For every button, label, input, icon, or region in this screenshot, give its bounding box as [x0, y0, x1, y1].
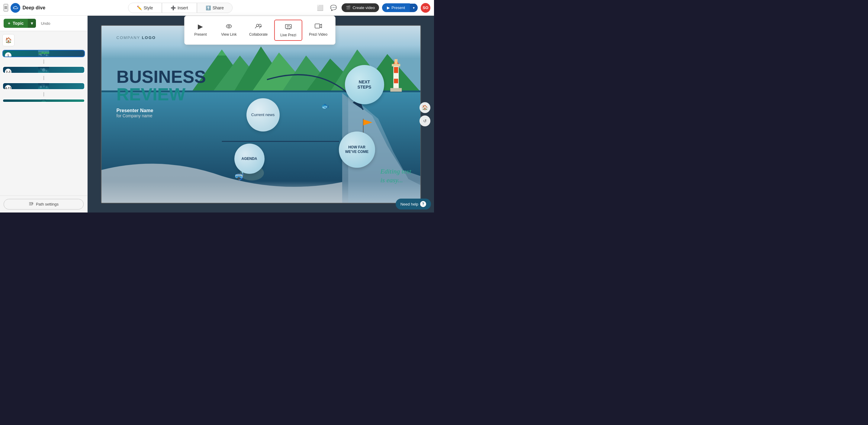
- svg-rect-48: [394, 74, 398, 78]
- slide-item-howfar[interactable]: 4-11 HOW FAR WE'VE COME: [2, 83, 85, 90]
- agenda-label: AGENDA: [241, 157, 257, 161]
- insert-tab[interactable]: ➕ Insert: [162, 3, 197, 13]
- svg-rect-2: [285, 25, 291, 28]
- next-steps-line2: STEPS: [358, 85, 371, 90]
- dropdown-view-link[interactable]: View Link: [215, 20, 243, 41]
- svg-text:REVIEW: REVIEW: [39, 55, 41, 55]
- dropdown-live-prezi[interactable]: Live Prezi: [274, 20, 302, 41]
- slide-item-agenda[interactable]: 2-3 AGENDA: [2, 66, 85, 74]
- home-nav-icon: 🏠: [422, 105, 428, 110]
- topbar-left: ≡ Deep dive: [4, 3, 45, 13]
- slide-label-overview: Overview: [3, 57, 84, 57]
- style-tab[interactable]: ✏️ Style: [128, 3, 162, 13]
- app-title: Deep dive: [23, 5, 45, 10]
- svg-rect-47: [394, 67, 398, 73]
- slide-label-howfar: HOW FAR WE'VE COME: [3, 89, 84, 90]
- present-btn-group: ▶ Present ▾: [382, 3, 418, 12]
- svg-rect-45: [392, 64, 400, 66]
- path-settings-icon: [29, 201, 33, 207]
- present-dropdown-arrow[interactable]: ▾: [410, 4, 418, 12]
- topic-button-main[interactable]: + Topic: [4, 19, 28, 28]
- dropdown-view-link-label: View Link: [221, 32, 237, 36]
- svg-point-22: [45, 86, 48, 88]
- user-avatar[interactable]: SO: [421, 3, 430, 13]
- style-label: Style: [144, 5, 153, 10]
- slide-connector-3: [43, 92, 44, 96]
- slide-thumb-agenda: 2-3 AGENDA: [3, 67, 84, 73]
- share-tab[interactable]: ⬆️ Share: [197, 3, 232, 13]
- svg-point-10: [46, 54, 48, 56]
- style-icon: ✏️: [137, 5, 142, 10]
- circle-next-steps[interactable]: NEXT STEPS: [345, 65, 384, 104]
- svg-rect-50: [394, 84, 398, 88]
- slide-canvas[interactable]: 🐟 🤿 COMPANY LOGO BUSINES: [101, 25, 421, 203]
- slide-item-overview[interactable]: 1: [2, 50, 85, 57]
- circle-how-far[interactable]: HOW FAR WE'VE COME: [339, 132, 375, 168]
- chat-icon[interactable]: 💬: [328, 3, 339, 12]
- svg-rect-51: [395, 59, 398, 64]
- cloud-logo: [10, 3, 20, 13]
- slide-connector-2: [43, 76, 44, 80]
- circle-agenda[interactable]: AGENDA: [235, 144, 265, 174]
- topic-button[interactable]: + Topic ▾: [4, 19, 36, 28]
- share-label: Share: [213, 5, 224, 10]
- dropdown-present[interactable]: ▶ Present: [187, 20, 214, 41]
- path-settings-label: Path settings: [36, 202, 59, 206]
- how-far-line2: WE'VE COME: [345, 150, 369, 154]
- topbar-right: ⬜ 💬 🎬 Create video ▶ Present ▾ SO: [315, 3, 430, 13]
- dropdown-present-label: Present: [194, 32, 207, 36]
- slide-thumb-newgoals: NEW GOALS: [3, 100, 84, 102]
- svg-rect-23: [41, 100, 46, 102]
- slide-thumb-overview: 1: [3, 51, 84, 57]
- business-title-line1: BUSINESS: [117, 68, 206, 86]
- dropdown-live-prezi-label: Live Prezi: [280, 33, 296, 37]
- topic-dropdown-arrow[interactable]: ▾: [28, 19, 36, 28]
- home-icon: 🏠: [5, 37, 12, 44]
- svg-point-20: [40, 86, 42, 88]
- present-dropdown-icon: ▶: [198, 23, 203, 31]
- svg-text:BUSINESS: BUSINESS: [39, 54, 41, 54]
- company-logo: COMPANY LOGO: [117, 35, 156, 40]
- create-video-label: Create video: [352, 5, 375, 10]
- editing-line2: is easy...: [380, 176, 411, 185]
- home-nav-button[interactable]: 🏠: [420, 102, 430, 113]
- slide-thumb-howfar: 4-11 HOW FAR WE'VE COME: [3, 83, 84, 89]
- need-help-button[interactable]: Need help ?: [396, 199, 431, 209]
- create-video-button[interactable]: 🎬 Create video: [342, 3, 379, 12]
- dropdown-collaborate[interactable]: Collaborate: [244, 20, 273, 41]
- circle-current-news[interactable]: Current news: [246, 98, 280, 132]
- svg-point-26: [44, 101, 44, 101]
- subtitles-icon[interactable]: ⬜: [315, 3, 325, 12]
- view-link-icon: [226, 23, 232, 31]
- topic-label: Topic: [13, 21, 24, 26]
- svg-point-28: [32, 203, 33, 204]
- path-settings-button[interactable]: Path settings: [4, 199, 84, 209]
- svg-rect-3: [315, 24, 320, 28]
- hamburger-button[interactable]: ≡: [4, 4, 8, 11]
- sidebar-items: 🏠 1: [0, 31, 87, 196]
- svg-rect-49: [394, 79, 398, 83]
- present-label: Present: [392, 5, 405, 10]
- svg-point-9: [44, 54, 45, 55]
- sidebar-home-button[interactable]: 🏠: [2, 34, 14, 46]
- svg-point-8: [40, 54, 42, 56]
- business-review-text: BUSINESS REVIEW Presenter Name for Compa…: [117, 68, 206, 118]
- topbar: ≡ Deep dive ✏️ Style ➕ Insert ⬆️ Share ⬜…: [0, 0, 434, 16]
- video-icon: 🎬: [346, 5, 351, 10]
- company-logo-text: COMPANY LOGO: [117, 35, 156, 40]
- need-help-label: Need help: [401, 202, 418, 206]
- collaborate-icon: [255, 23, 262, 31]
- zoom-nav-button[interactable]: ↺: [420, 115, 430, 126]
- topbar-center: ✏️ Style ➕ Insert ⬆️ Share: [48, 3, 312, 13]
- slide-connector-1: [43, 60, 44, 64]
- slide-item-newgoals[interactable]: NEW GOALS: [2, 99, 85, 103]
- presenter-name: Presenter Name: [117, 108, 206, 113]
- undo-button[interactable]: Undo: [38, 20, 53, 27]
- present-button[interactable]: ▶ Present: [382, 3, 410, 12]
- dropdown-prezi-video[interactable]: Prezi Video: [304, 20, 333, 41]
- svg-point-16: [40, 68, 42, 69]
- svg-point-27: [45, 101, 45, 102]
- next-steps-line1: NEXT: [359, 80, 370, 85]
- svg-point-17: [45, 70, 48, 72]
- svg-point-25: [42, 101, 43, 101]
